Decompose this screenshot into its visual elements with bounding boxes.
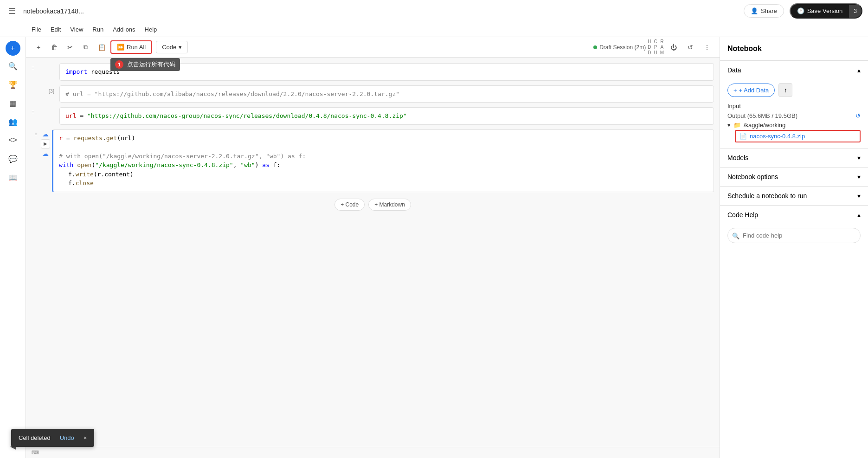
cell-2-content[interactable]: # url = "https://github.com/alibaba/naco… <box>59 85 714 103</box>
add-data-button[interactable]: + + Add Data <box>727 84 775 97</box>
data-section-header[interactable]: Data <box>720 61 868 79</box>
file-icon: 📄 <box>739 133 747 140</box>
menu-help[interactable]: Help <box>141 24 161 35</box>
output-file[interactable]: 📄 nacos-sync-0.4.8.zip <box>735 130 861 142</box>
folder-icon: 📁 <box>733 122 741 129</box>
menu-view[interactable]: View <box>66 24 87 35</box>
run-all-icon: ⏩ <box>117 44 124 51</box>
session-indicator: Draft Session (2m) <box>593 44 646 51</box>
run-all-tooltip: 1 点击运行所有代码 <box>110 58 180 71</box>
menu-edit[interactable]: Edit <box>47 24 64 35</box>
output-tree: ▾ 📁 /kaggle/working 📄 nacos-sync-0.4.8.z… <box>727 120 861 142</box>
sidebar-grid-icon[interactable]: ▦ <box>5 95 21 111</box>
cell-4-content[interactable]: r = requests.get(url) # with open("/kagg… <box>52 129 714 192</box>
cpu-metric: C P U <box>654 39 657 56</box>
add-cell-button[interactable]: + <box>32 40 45 54</box>
add-markdown-button[interactable]: + Markdown <box>368 199 411 211</box>
folder-expand-icon: ▾ <box>727 122 731 129</box>
power-button[interactable]: ⏻ <box>667 40 681 54</box>
cloud-top-icon: ☁ <box>42 130 49 138</box>
bottom-bar: ⌨ <box>26 447 720 458</box>
right-panel-title: Notebook <box>720 37 868 61</box>
session-dot <box>593 45 597 49</box>
cell-2-gutter <box>32 85 41 87</box>
code-help-content: 🔍 <box>720 224 868 249</box>
menu-run[interactable]: Run <box>89 24 107 35</box>
share-button[interactable]: 👤 Share <box>744 4 784 18</box>
hdd-metric: H D D <box>648 39 651 56</box>
cell-3-content[interactable]: url = "https://github.com/nacos-group/na… <box>59 107 714 125</box>
cells-area: ≡ import requests [3]: # url = "https://… <box>26 58 720 447</box>
output-refresh-icon[interactable]: ↺ <box>855 112 861 119</box>
share-icon: 👤 <box>751 7 758 14</box>
sidebar-trophy-icon[interactable]: 🏆 <box>5 76 21 93</box>
refresh-button[interactable]: ↺ <box>683 40 697 54</box>
code-help-section: Code Help 🔍 <box>720 206 868 249</box>
output-header: Output (65.6MB / 19.5GB) ↺ <box>727 110 861 120</box>
sidebar-search-icon[interactable]: 🔍 <box>5 58 21 74</box>
sidebar-people-icon[interactable]: 👥 <box>5 113 21 130</box>
sidebar-code-icon[interactable]: <> <box>5 132 21 148</box>
cell-1-gutter: ≡ <box>32 63 41 71</box>
cell-3-number <box>41 107 59 110</box>
sidebar-chat-icon[interactable]: 💬 <box>5 150 21 167</box>
code-help-input[interactable] <box>727 228 861 243</box>
schedule-section: Schedule a notebook to run <box>720 187 868 206</box>
clock-icon: 🕐 <box>797 7 804 14</box>
input-label: Input <box>727 101 861 110</box>
notebook-area: + 🗑 ✂ ⧉ 📋 ⏩ Run All 1 点击运行所有代码 Code ▾ <box>26 37 720 458</box>
delete-cell-button[interactable]: 🗑 <box>47 40 61 54</box>
cloud-bottom-icon: ☁ <box>42 150 49 157</box>
cut-cell-button[interactable]: ✂ <box>63 40 77 54</box>
notebook-title: notebookaca17148... <box>23 7 744 15</box>
toolbar: + 🗑 ✂ ⧉ 📋 ⏩ Run All 1 点击运行所有代码 Code ▾ <box>26 37 720 58</box>
ram-metric: R A M <box>660 39 664 56</box>
code-help-search-wrapper: 🔍 <box>727 228 861 243</box>
snackbar-undo-button[interactable]: Undo <box>60 434 74 441</box>
menu-addons[interactable]: Add-ons <box>109 24 139 35</box>
schedule-section-chevron <box>857 192 861 200</box>
add-cell-sidebar-button[interactable]: + <box>6 41 20 56</box>
save-version-button[interactable]: 🕐 Save Version 3 <box>790 3 862 19</box>
code-help-chevron <box>857 211 861 219</box>
notebook-options-section: Notebook options <box>720 168 868 187</box>
schedule-section-header[interactable]: Schedule a notebook to run <box>720 187 868 205</box>
cell-1-number <box>41 63 59 66</box>
sidebar-book-icon[interactable]: 📖 <box>5 169 21 186</box>
notebook-options-header[interactable]: Notebook options <box>720 168 868 186</box>
code-help-search-icon: 🔍 <box>732 232 739 239</box>
cell-3: ≡ url = "https://github.com/nacos-group/… <box>26 105 720 127</box>
snackbar-close-button[interactable]: × <box>84 434 87 441</box>
models-section: Models <box>720 148 868 168</box>
file-row-wrapper: 📄 nacos-sync-0.4.8.zip 2 点击即可下载 <box>727 130 861 142</box>
models-section-chevron <box>857 154 861 161</box>
copy-cell-button[interactable]: ⧉ <box>79 40 93 54</box>
keyboard-icon: ⌨ <box>32 450 39 456</box>
cell-4: ≡ ☁ ▶ ☁ r = requests.get(url) # with ope… <box>26 128 720 194</box>
upload-icon: ↑ <box>784 87 787 94</box>
cell-4-run-area: ☁ ▶ ☁ <box>41 129 50 157</box>
menu-file[interactable]: File <box>28 24 45 35</box>
run-all-button[interactable]: ⏩ Run All <box>110 40 152 54</box>
cell-2: [3]: # url = "https://github.com/alibaba… <box>26 84 720 105</box>
paste-cell-button[interactable]: 📋 <box>95 40 109 54</box>
hamburger-menu[interactable]: ☰ <box>6 5 19 18</box>
more-options-button[interactable]: ⋮ <box>700 40 714 54</box>
code-help-header[interactable]: Code Help <box>720 206 868 224</box>
data-section-content: + + Add Data ↑ Input Output (65.6MB / 19… <box>720 79 868 148</box>
snackbar: Cell deleted Undo × <box>11 429 94 447</box>
working-folder[interactable]: ▾ 📁 /kaggle/working <box>727 120 861 130</box>
left-sidebar: + 🔍 🏆 ▦ 👥 <> 💬 📖 ◀ <box>0 37 26 458</box>
data-section: Data + + Add Data ↑ Input Output <box>720 61 868 148</box>
right-panel: Notebook Data + + Add Data ↑ Input <box>720 37 868 458</box>
cell-type-dropdown[interactable]: Code ▾ <box>156 41 188 53</box>
dropdown-chevron-icon: ▾ <box>179 44 182 51</box>
add-code-button[interactable]: + Code <box>334 199 365 211</box>
snackbar-message: Cell deleted <box>19 434 51 441</box>
upload-button[interactable]: ↑ <box>778 83 792 97</box>
cell-3-gutter: ≡ <box>32 107 41 115</box>
menu-bar: File Edit View Run Add-ons Help <box>0 22 868 37</box>
run-cell-button[interactable]: ▶ <box>41 139 50 148</box>
models-section-header[interactable]: Models <box>720 148 868 167</box>
data-section-chevron <box>857 66 861 74</box>
